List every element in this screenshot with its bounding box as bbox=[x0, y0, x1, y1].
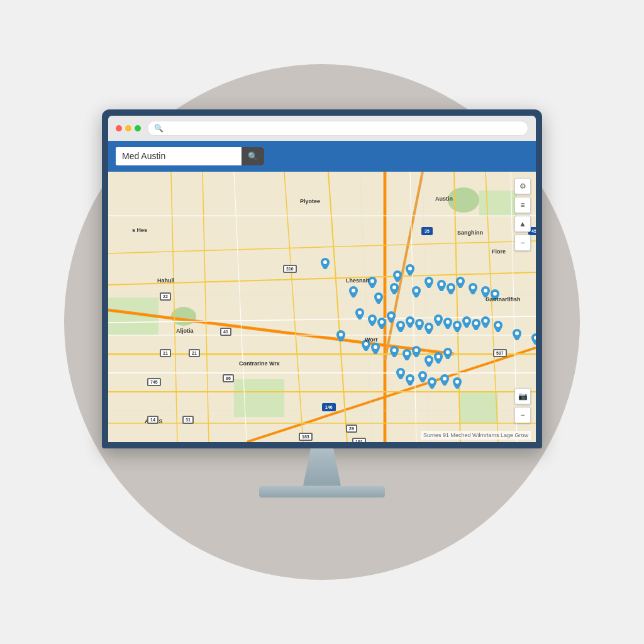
map-pin[interactable] bbox=[531, 333, 536, 345]
map-pin[interactable] bbox=[406, 316, 414, 328]
svg-rect-3 bbox=[460, 392, 498, 423]
map-pin[interactable] bbox=[462, 316, 471, 328]
svg-point-66 bbox=[364, 342, 368, 346]
map-pin[interactable] bbox=[437, 280, 446, 291]
svg-point-74 bbox=[399, 370, 402, 374]
svg-line-23 bbox=[171, 172, 177, 442]
svg-point-55 bbox=[408, 319, 412, 323]
search-icon: 🔍 bbox=[154, 124, 164, 133]
map-pin[interactable] bbox=[371, 343, 380, 354]
svg-point-58 bbox=[436, 317, 440, 321]
search-input[interactable] bbox=[116, 147, 242, 165]
maximize-button[interactable] bbox=[135, 125, 141, 131]
minimize-button[interactable] bbox=[125, 125, 131, 131]
svg-point-57 bbox=[427, 325, 431, 329]
map-pin[interactable] bbox=[425, 323, 433, 334]
shield-161: 161 bbox=[352, 438, 366, 442]
map-pin[interactable] bbox=[390, 346, 399, 357]
monitor-screen: 🔍 🔍 bbox=[102, 109, 542, 448]
svg-point-39 bbox=[352, 289, 355, 292]
map-pin[interactable] bbox=[321, 258, 330, 269]
app-content: 🔍 bbox=[108, 141, 536, 442]
map-layers-button[interactable]: ≡ bbox=[514, 197, 531, 213]
shield-310: 310 bbox=[283, 265, 297, 273]
map-pin[interactable] bbox=[390, 283, 399, 294]
shield-86: 86 bbox=[223, 374, 234, 382]
svg-point-45 bbox=[449, 286, 453, 289]
map-pin[interactable] bbox=[396, 368, 405, 379]
map-pin[interactable] bbox=[425, 277, 433, 288]
map-pin[interactable] bbox=[434, 314, 443, 326]
map-settings-button[interactable]: ⚙ bbox=[514, 178, 531, 194]
map-controls: ⚙ ≡ ▲ − bbox=[514, 178, 531, 251]
map-pin[interactable] bbox=[434, 352, 443, 364]
address-bar[interactable]: 🔍 bbox=[147, 121, 528, 136]
svg-point-44 bbox=[440, 282, 443, 286]
map-pin[interactable] bbox=[374, 292, 383, 304]
map-location-button[interactable]: ▲ bbox=[514, 216, 531, 232]
map-pin[interactable] bbox=[368, 314, 377, 326]
map-pin[interactable] bbox=[412, 346, 421, 357]
svg-point-36 bbox=[370, 279, 374, 283]
map-pin[interactable] bbox=[393, 270, 402, 282]
svg-point-42 bbox=[414, 289, 418, 292]
map-pin[interactable] bbox=[443, 348, 452, 359]
map-pin[interactable] bbox=[387, 311, 396, 323]
map-pin[interactable] bbox=[406, 374, 414, 386]
monitor-base bbox=[259, 486, 385, 497]
map-pin[interactable] bbox=[362, 340, 370, 351]
map-pin[interactable] bbox=[336, 330, 345, 341]
svg-point-71 bbox=[427, 358, 431, 362]
svg-point-68 bbox=[392, 348, 396, 352]
map-pin[interactable] bbox=[396, 321, 405, 332]
map-zoom-out-button[interactable]: − bbox=[514, 235, 531, 251]
map-pin[interactable] bbox=[513, 329, 521, 340]
shield-507: 507 bbox=[493, 349, 507, 357]
map-pin[interactable] bbox=[415, 319, 424, 330]
svg-point-51 bbox=[370, 317, 374, 321]
map-pin[interactable] bbox=[368, 277, 377, 288]
map-pin[interactable] bbox=[418, 371, 427, 382]
svg-point-69 bbox=[405, 352, 409, 355]
search-header: 🔍 bbox=[108, 141, 536, 172]
map-pin[interactable] bbox=[453, 377, 462, 389]
map-pin[interactable] bbox=[453, 321, 462, 332]
map-pin[interactable] bbox=[447, 283, 455, 294]
map-pin[interactable] bbox=[349, 286, 358, 297]
map-pin[interactable] bbox=[428, 377, 436, 389]
shield-31: 31 bbox=[182, 416, 194, 424]
map-pin[interactable] bbox=[469, 283, 477, 294]
traffic-lights bbox=[116, 125, 141, 131]
search-button[interactable]: 🔍 bbox=[242, 147, 264, 165]
svg-point-47 bbox=[471, 286, 475, 289]
map-pin[interactable] bbox=[443, 318, 452, 329]
map-pin[interactable] bbox=[481, 316, 490, 328]
map-container[interactable]: Austin Plyotee Sanghinn Fiore Cufil Inwc… bbox=[108, 172, 536, 442]
map-pin[interactable] bbox=[440, 374, 449, 386]
map-pin[interactable] bbox=[402, 349, 411, 360]
svg-rect-2 bbox=[234, 379, 284, 417]
browser-chrome: 🔍 bbox=[108, 116, 536, 141]
close-button[interactable] bbox=[116, 125, 122, 131]
map-minus-button[interactable]: − bbox=[514, 407, 531, 423]
svg-point-37 bbox=[396, 273, 399, 277]
map-pin[interactable] bbox=[355, 308, 364, 319]
map-pin[interactable] bbox=[406, 264, 414, 275]
svg-line-33 bbox=[360, 172, 372, 442]
map-pin[interactable] bbox=[481, 286, 490, 297]
map-pin[interactable] bbox=[491, 289, 499, 301]
svg-point-4 bbox=[448, 187, 479, 213]
map-pin[interactable] bbox=[412, 286, 421, 297]
svg-point-77 bbox=[430, 380, 434, 384]
svg-point-52 bbox=[380, 320, 384, 324]
map-camera-button[interactable]: 📷 bbox=[514, 388, 531, 404]
map-pin[interactable] bbox=[377, 318, 386, 329]
svg-point-76 bbox=[421, 374, 425, 377]
svg-point-48 bbox=[484, 289, 487, 292]
svg-point-46 bbox=[458, 279, 462, 283]
map-pin[interactable] bbox=[494, 321, 502, 332]
map-pin[interactable] bbox=[472, 319, 480, 330]
map-pin[interactable] bbox=[425, 355, 433, 367]
map-pin[interactable] bbox=[456, 277, 465, 288]
svg-point-67 bbox=[374, 345, 377, 349]
